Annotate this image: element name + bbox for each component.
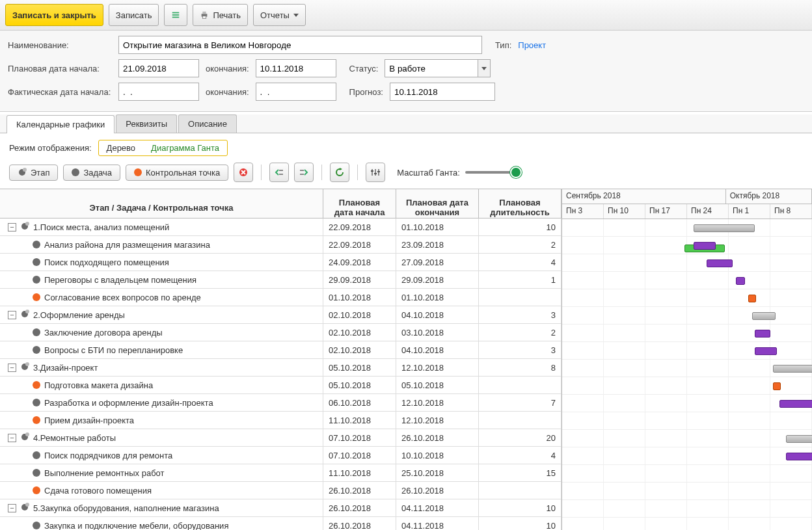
tab-description[interactable]: Описание	[178, 114, 237, 133]
tab-schedules[interactable]: Календарные графики	[7, 115, 115, 133]
gantt-row	[562, 254, 812, 272]
forecast-label: Прогноз:	[349, 87, 383, 97]
gantt-bar[interactable]	[755, 347, 777, 355]
add-milestone-button[interactable]: Контрольная точка	[126, 165, 228, 181]
table-row[interactable]: Вопросы с БТИ по перепланировке02.10.201…	[0, 341, 562, 359]
collapse-icon[interactable]: −	[8, 223, 16, 232]
gantt-bar[interactable]	[707, 259, 733, 267]
list-button[interactable]	[164, 4, 187, 26]
add-stage-button[interactable]: Этап	[9, 165, 58, 181]
settings-button[interactable]	[366, 163, 385, 182]
milestone-icon	[33, 486, 40, 494]
gantt-bar[interactable]	[736, 277, 745, 285]
gantt-row	[562, 412, 812, 430]
indent-button[interactable]	[294, 163, 314, 182]
add-task-button[interactable]: Задача	[63, 165, 120, 181]
collapse-icon[interactable]: −	[8, 364, 16, 372]
gantt-bar[interactable]	[694, 224, 755, 232]
collapse-icon[interactable]: −	[8, 311, 16, 319]
delete-icon	[239, 168, 248, 177]
status-input[interactable]	[385, 59, 478, 77]
gantt-bar[interactable]	[694, 242, 716, 250]
table-row[interactable]: Закупка и подключение мебели, оборудован…	[0, 517, 562, 530]
delete-button[interactable]	[234, 163, 253, 182]
table-row[interactable]: Выполнение ремонтных работ11.10.201825.1…	[0, 464, 562, 482]
table-row[interactable]: Сдача готового помещения26.10.201826.10.…	[0, 482, 562, 499]
slider-thumb[interactable]	[510, 166, 522, 178]
outdent-button[interactable]	[269, 163, 289, 182]
gantt-bar[interactable]	[786, 435, 812, 443]
print-button[interactable]: Печать	[193, 4, 248, 26]
table-row[interactable]: Поиск подходящего помещения24.09.201827.…	[0, 254, 562, 271]
mode-gantt[interactable]: Диаграмма Ганта	[143, 140, 227, 155]
cell-dur	[479, 377, 562, 393]
tab-details[interactable]: Реквизиты	[116, 114, 177, 133]
cell-end: 26.10.2018	[396, 429, 479, 446]
name-label: Наименование:	[8, 40, 112, 50]
cell-start: 05.10.2018	[323, 359, 396, 376]
task-icon	[33, 258, 40, 266]
row-name: Анализ района для размещения магазина	[44, 240, 210, 250]
table-row[interactable]: −5.Закупка оборудования, наполнение мага…	[0, 499, 562, 517]
reports-button[interactable]: Отчеты	[253, 4, 306, 26]
table-row[interactable]: −1.Поиск места, анализ помещений22.09.20…	[0, 219, 562, 236]
refresh-icon	[335, 168, 344, 177]
table-row[interactable]: Разработка и оформление дизайн-проекта06…	[0, 394, 562, 412]
status-dropdown-button[interactable]	[478, 59, 491, 77]
cell-end: 23.09.2018	[396, 236, 479, 253]
gantt-scale-slider[interactable]	[465, 171, 517, 174]
name-input[interactable]	[118, 36, 482, 54]
type-link[interactable]: Проект	[518, 40, 546, 50]
task-icon	[33, 241, 40, 248]
cell-end: 25.10.2018	[396, 464, 479, 481]
table-row[interactable]: Переговоры с владельцем помещения29.09.2…	[0, 271, 562, 289]
table-row[interactable]: Заключение договора аренды02.10.201803.1…	[0, 324, 562, 341]
svg-rect-18	[377, 171, 380, 172]
table-row[interactable]: Анализ района для размещения магазина22.…	[0, 236, 562, 254]
gantt-bar[interactable]	[779, 400, 812, 408]
table-row[interactable]: −4.Ремонтные работы07.10.201826.10.20182…	[0, 429, 562, 447]
fact-start-input[interactable]	[118, 83, 199, 101]
table-row[interactable]: −3.Дизайн-проект05.10.201812.10.20188	[0, 359, 562, 377]
cell-start: 26.10.2018	[323, 482, 396, 499]
table-row[interactable]: −2.Оформление аренды02.10.201804.10.2018…	[0, 306, 562, 324]
table-row[interactable]: Подготовка макета дизайна05.10.201805.10…	[0, 377, 562, 394]
reports-label: Отчеты	[260, 10, 290, 20]
cell-start: 02.10.2018	[323, 341, 396, 358]
svg-rect-12	[300, 174, 304, 175]
cell-name: −2.Оформление аренды	[0, 306, 323, 323]
plan-end-input[interactable]	[256, 59, 336, 77]
collapse-icon[interactable]: −	[8, 434, 16, 442]
cell-name: Вопросы с БТИ по перепланировке	[0, 341, 323, 358]
task-table: Этап / Задача / Контрольная точка Планов…	[0, 189, 562, 530]
cell-start: 29.09.2018	[323, 271, 396, 288]
save-button[interactable]: Записать	[109, 4, 159, 26]
table-row[interactable]: Прием дизайн-проекта11.10.201812.10.2018	[0, 412, 562, 429]
task-icon	[33, 399, 40, 406]
gantt-bar[interactable]	[752, 312, 776, 320]
mode-tree[interactable]: Дерево	[99, 140, 143, 155]
fact-start-label: Фактическая дата начала:	[8, 87, 112, 97]
gantt-bar[interactable]	[748, 295, 756, 302]
refresh-button[interactable]	[330, 163, 349, 182]
save-and-close-button[interactable]: Записать и закрыть	[5, 4, 103, 26]
gantt-bar[interactable]	[773, 365, 812, 373]
gantt-bar[interactable]	[773, 382, 781, 390]
gantt-bar[interactable]	[755, 330, 770, 338]
gantt-chart: Сентябрь 2018Октябрь 2018 Пн 3Пн 10Пн 17…	[562, 189, 812, 530]
plan-start-input[interactable]	[118, 59, 199, 77]
collapse-icon[interactable]: −	[8, 504, 16, 512]
fact-end-input[interactable]	[256, 83, 336, 101]
table-row[interactable]: Поиск подрядчиков для ремонта07.10.20181…	[0, 447, 562, 464]
week-header: Пн 24	[687, 204, 729, 219]
table-row[interactable]: Согласование всех вопросов по аренде01.1…	[0, 289, 562, 306]
milestone-icon	[33, 416, 40, 424]
cell-start: 26.10.2018	[323, 499, 396, 516]
forecast-input[interactable]	[390, 83, 495, 101]
gantt-bar[interactable]	[786, 453, 812, 460]
row-name: 2.Оформление аренды	[33, 310, 125, 320]
stage-icon	[20, 503, 29, 514]
fact-end-label: окончания:	[206, 87, 249, 97]
cell-end: 01.10.2018	[396, 219, 479, 235]
plan-start-label: Плановая дата начала:	[8, 64, 112, 73]
